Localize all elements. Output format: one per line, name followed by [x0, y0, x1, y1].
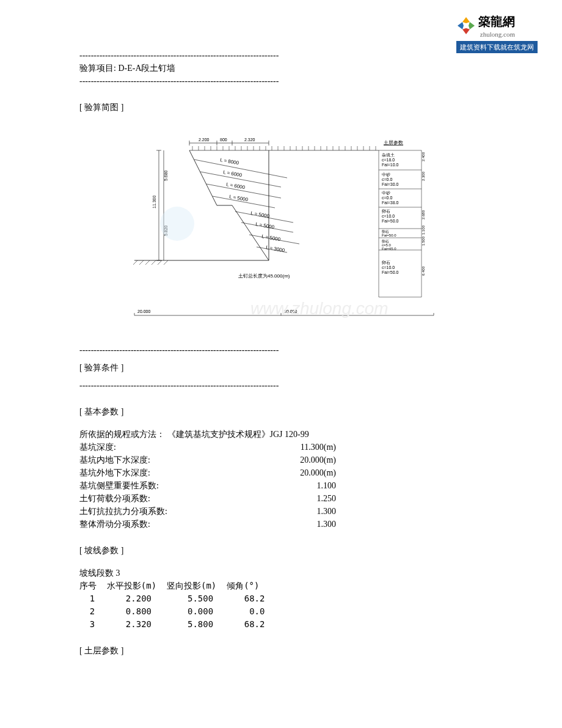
svg-text:6.400: 6.400 — [422, 266, 425, 276]
svg-text:c=10.0: c=10.0 — [382, 214, 395, 218]
svg-line-103 — [133, 260, 137, 265]
slope-table-rows: 1 2.200 5.500 68.2 2 0.800 0.000 0.0 3 2… — [79, 592, 483, 631]
slope-table-header: 序号 水平投影(m) 竖向投影(m) 倾角(°) — [79, 579, 483, 592]
param-row: 土钉抗拉抗力分项系数:1.300 — [79, 505, 483, 518]
divider: ----------------------------------------… — [79, 379, 483, 392]
param-row: 基坑侧壁重要性系数:1.100 — [79, 479, 483, 492]
svg-text:Fai=30.0: Fai=30.0 — [382, 182, 399, 186]
divider: ----------------------------------------… — [79, 49, 483, 62]
svg-text:土层参数: 土层参数 — [384, 140, 403, 145]
param-row: 土钉荷载分项系数:1.250 — [79, 492, 483, 505]
param-label: 基坑外地下水深度: — [79, 466, 275, 479]
basic-params-list: 基坑深度:11.300(m)基坑内地下水深度:20.000(m)基坑外地下水深度… — [79, 441, 483, 531]
param-value: 20.000(m) — [275, 466, 336, 479]
svg-text:L = 3000: L = 3000 — [266, 245, 286, 253]
param-label: 基坑深度: — [79, 441, 275, 454]
svg-text:L = 6000: L = 6000 — [223, 169, 243, 178]
section-basic-params-title: [ 基本参数 ] — [79, 405, 483, 418]
svg-text:2.400: 2.400 — [422, 152, 425, 161]
param-label: 基坑侧壁重要性系数: — [79, 479, 275, 492]
svg-text:20.000: 20.000 — [137, 309, 151, 314]
logo-brand-text: 築龍網 — [478, 12, 515, 31]
param-value: 11.300(m) — [275, 441, 336, 454]
calculation-diagram: 2.200 800 2.320 土层参数 L = 8000 L = 6000 L… — [79, 126, 483, 331]
param-label: 土钉抗拉抗力分项系数: — [79, 505, 275, 518]
svg-text:L = 5000: L = 5000 — [261, 233, 282, 242]
project-name: D-E-A段土钉墙 — [118, 64, 175, 73]
svg-text:c=10.0: c=10.0 — [382, 265, 395, 270]
brand-logo: 築龍網 zhulong.com 建筑资料下载就在筑龙网 — [456, 12, 538, 53]
slope-count: 坡线段数 3 — [79, 567, 483, 579]
svg-text:2.300: 2.300 — [422, 171, 425, 181]
slope-row: 1 2.200 5.500 68.2 — [79, 592, 483, 605]
svg-text:卵石: 卵石 — [382, 260, 390, 265]
svg-text:Fai=45.0: Fai=45.0 — [382, 247, 396, 251]
svg-text:Fai=10.0: Fai=10.0 — [382, 163, 399, 167]
svg-text:c=0.0: c=0.0 — [382, 196, 392, 200]
svg-text:Fai=50.0: Fai=50.0 — [382, 233, 396, 237]
svg-line-107 — [158, 260, 162, 265]
param-value: 1.300 — [275, 505, 336, 518]
section-soil-params-title: [ 土层参数 ] — [79, 644, 483, 657]
param-row: 基坑内地下水深度:20.000(m) — [79, 454, 483, 466]
svg-text:卵石: 卵石 — [382, 209, 390, 213]
svg-text:Fai=50.0: Fai=50.0 — [382, 270, 399, 274]
divider: ----------------------------------------… — [79, 344, 483, 356]
logo-banner: 建筑资料下载就在筑龙网 — [456, 41, 538, 54]
svg-text:L = 8000: L = 8000 — [220, 157, 240, 166]
slope-row: 2 0.800 0.000 0.0 — [79, 605, 483, 618]
svg-line-108 — [164, 260, 168, 265]
svg-text:中砂: 中砂 — [382, 172, 390, 177]
svg-text:c=18.0: c=18.0 — [382, 158, 395, 162]
section-slope-params-title: [ 坡线参数 ] — [79, 544, 483, 557]
project-label: 验算项目: — [79, 64, 118, 73]
param-value: 1.300 — [275, 518, 336, 531]
svg-text:2.320: 2.320 — [244, 138, 255, 142]
svg-text:土钉总长度为45.000(m): 土钉总长度为45.000(m) — [238, 273, 290, 279]
divider: ----------------------------------------… — [79, 75, 483, 87]
param-value: 1.250 — [275, 492, 336, 505]
svg-line-104 — [139, 260, 144, 265]
logo-icon — [456, 16, 476, 35]
param-row: 基坑深度:11.300(m) — [79, 441, 483, 454]
svg-text:5.680: 5.680 — [164, 170, 168, 181]
param-row: 基坑外地下水深度:20.000(m) — [79, 466, 483, 479]
param-value: 20.000(m) — [275, 454, 336, 466]
svg-text:c=0.0: c=0.0 — [382, 177, 392, 182]
svg-text:1.100: 1.100 — [422, 225, 425, 235]
svg-text:L = 5000: L = 5000 — [250, 210, 271, 219]
svg-line-106 — [151, 260, 156, 265]
param-row: 整体滑动分项系数:1.300 — [79, 518, 483, 531]
svg-text:L = 6000: L = 6000 — [226, 182, 246, 190]
svg-text:2.200: 2.200 — [199, 138, 210, 142]
svg-text:800: 800 — [220, 138, 227, 142]
param-label: 基坑内地下水深度: — [79, 454, 275, 466]
section-diagram-title: [ 验算简图 ] — [79, 101, 483, 114]
param-value: 1.100 — [275, 479, 336, 492]
project-title: 验算项目: D-E-A段土钉墙 — [79, 62, 483, 75]
svg-text:L = 5000: L = 5000 — [255, 221, 276, 230]
svg-text:11.300: 11.300 — [152, 195, 156, 208]
svg-text:1.500: 1.500 — [422, 236, 425, 246]
svg-text:Fai=38.0: Fai=38.0 — [382, 200, 399, 205]
logo-domain-text: zhulong.com — [478, 29, 515, 40]
svg-text:Fai=50.0: Fai=50.0 — [382, 219, 399, 223]
svg-point-110 — [160, 207, 194, 241]
basis-value: 《建筑基坑支护技术规程》JGJ 120-99 — [167, 430, 309, 439]
param-label: 整体滑动分项系数: — [79, 518, 275, 531]
slope-row: 3 2.320 5.800 68.2 — [79, 618, 483, 631]
svg-text:中砂: 中砂 — [382, 191, 390, 196]
basis-label: 所依据的规程或方法： — [79, 430, 165, 439]
section-conditions-title: [ 验算条件 ] — [79, 361, 483, 374]
svg-text:2.680: 2.680 — [422, 210, 425, 219]
basis-row: 所依据的规程或方法： 《建筑基坑支护技术规程》JGJ 120-99 — [79, 428, 483, 441]
svg-line-105 — [145, 260, 150, 265]
param-label: 土钉荷载分项系数: — [79, 492, 275, 505]
svg-text:www.zhulong.com: www.zhulong.com — [250, 299, 389, 318]
svg-text:杂填土: 杂填土 — [382, 153, 395, 158]
